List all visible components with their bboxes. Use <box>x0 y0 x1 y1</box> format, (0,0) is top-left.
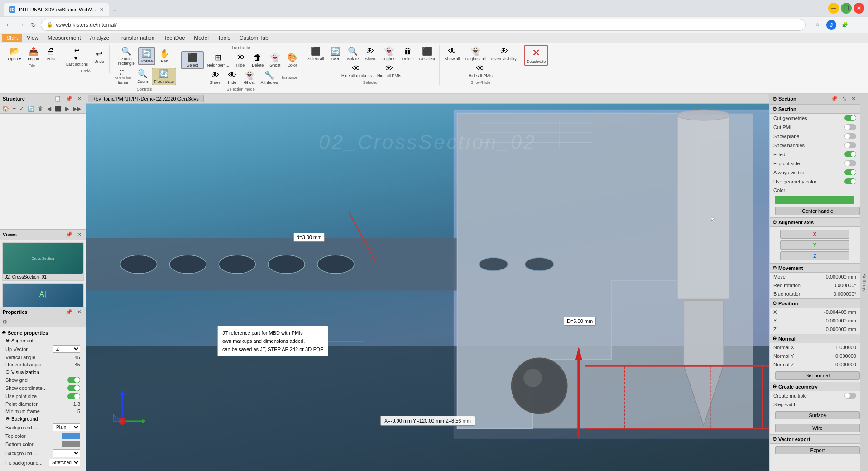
export-button[interactable]: Export <box>775 446 860 454</box>
views-close[interactable]: ✕ <box>76 231 83 238</box>
menu-button[interactable]: ⋮ <box>853 19 864 31</box>
minimize-button[interactable]: — <box>828 3 839 14</box>
create-geometry-header[interactable]: ⊖Create geometry <box>770 382 860 391</box>
section-group-header[interactable]: ⊖Section <box>770 104 860 114</box>
normal-header[interactable]: ⊖Normal <box>770 334 860 343</box>
structure-icon1[interactable]: 📋 <box>53 95 62 102</box>
hide-button[interactable]: 👁 Hide <box>232 52 249 69</box>
structure-pin[interactable]: 📌 <box>64 95 74 102</box>
profile-button[interactable]: J <box>825 19 837 31</box>
delete-selection-button[interactable]: 🗑 Delete <box>400 45 416 62</box>
props-close[interactable]: ✕ <box>76 308 83 316</box>
tree-add[interactable]: + <box>11 105 17 112</box>
rotate-button[interactable]: 🔄 Rotate <box>138 47 156 65</box>
tree-delete[interactable]: 🗑 <box>37 105 45 112</box>
deselect-button[interactable]: ⬛ Deselect <box>417 45 437 62</box>
invert-button[interactable]: 🔄 Invert <box>327 45 344 62</box>
viewport[interactable]: +by_topic/PMI/JT/PT-Demo-02.v2020 Gen.3d… <box>86 94 769 471</box>
right-panel-resize[interactable]: ⤡ <box>841 95 848 102</box>
delete-button[interactable]: 🗑 Delete <box>249 52 266 69</box>
set-normal-button[interactable]: Set normal <box>775 371 860 380</box>
background-type-select[interactable]: Plain <box>53 423 80 431</box>
selection-frame-button[interactable]: ⬚ Selectionframe <box>112 67 134 87</box>
show-all-button[interactable]: 👁 Show all <box>442 45 462 62</box>
show-selection-button[interactable]: 👁 Show <box>362 45 378 62</box>
hide-all-markups-button[interactable]: 👁 Hide all markups <box>339 62 374 80</box>
up-vector-select[interactable]: Z <box>53 345 80 353</box>
undo-button[interactable]: ↩ Undo <box>91 48 107 65</box>
view-item-2[interactable]: A| 02_CrossSection_02 <box>2 283 84 307</box>
view-item-1[interactable]: Cross Section 02_CrossSection_01 <box>2 242 84 281</box>
use-geometry-color-toggle[interactable] <box>844 178 856 184</box>
tree-prev[interactable]: ◀ <box>46 105 53 112</box>
tree-stop[interactable]: ⬛ <box>53 105 63 112</box>
show-handles-toggle[interactable] <box>844 142 856 148</box>
scene-content[interactable]: 02_CrossSection_02 d=3.00 mm D=5.00 mm J… <box>86 104 769 471</box>
address-bar[interactable]: 🔒 vsweb.kisters.de/internal/ <box>41 19 806 31</box>
props-icon[interactable]: ⚙ <box>1 318 9 326</box>
center-handle-button[interactable]: Center handle <box>775 207 860 215</box>
tree-next[interactable]: ▶ <box>64 105 71 112</box>
show-grid-toggle[interactable] <box>67 377 80 383</box>
bookmark-button[interactable]: ☆ <box>812 19 824 31</box>
movement-header[interactable]: ⊖Movement <box>770 263 860 273</box>
menu-techdoc[interactable]: TechDoc <box>159 34 189 42</box>
background-image-select[interactable] <box>53 449 80 457</box>
cut-pmi-toggle[interactable] <box>844 124 856 130</box>
props-pin[interactable]: 📌 <box>64 308 74 316</box>
tree-check[interactable]: ✓ <box>18 105 25 112</box>
alignment-header[interactable]: ⊖Alignment <box>2 336 84 344</box>
ghost2-button[interactable]: 👻 Ghost <box>241 69 258 87</box>
hide2-button[interactable]: 👁 Hide <box>224 69 240 87</box>
close-button[interactable]: ✕ <box>854 3 864 14</box>
filled-toggle[interactable] <box>844 151 856 157</box>
scene-properties-header[interactable]: ⊖Scene properties <box>2 329 84 336</box>
menu-custom-tab[interactable]: Custom Tab <box>235 34 273 42</box>
wire-button[interactable]: Wire <box>775 424 860 432</box>
attributes-button[interactable]: 🔧 Attributes <box>259 69 280 87</box>
import-button[interactable]: 📤 Import <box>25 45 42 62</box>
pan-button[interactable]: ✋ Pan <box>156 48 173 65</box>
neighborhood-button[interactable]: ⊞ Neighborh... <box>205 52 231 69</box>
visualization-header[interactable]: ⊖Visualization <box>2 368 84 376</box>
restore-button[interactable]: ❐ <box>841 3 852 14</box>
tree-end[interactable]: ▶▶ <box>72 105 82 112</box>
z-axis-button[interactable]: Z <box>780 251 849 260</box>
flip-cut-side-toggle[interactable] <box>844 160 856 166</box>
structure-tree[interactable] <box>0 114 86 229</box>
ghost-button[interactable]: 👻 Ghost <box>267 52 283 69</box>
refresh-button[interactable]: ↻ <box>29 19 38 30</box>
menu-tools[interactable]: Tools <box>213 34 235 42</box>
tree-refresh[interactable]: 🔄 <box>26 105 36 112</box>
print-button[interactable]: 🖨 Print <box>43 45 59 62</box>
always-visible-toggle[interactable] <box>844 169 856 175</box>
active-tab[interactable]: 3D INTERNAL 3DViewStation WebV... ✕ <box>4 3 109 16</box>
menu-model[interactable]: Model <box>189 34 213 42</box>
menu-measurement[interactable]: Measurement <box>43 34 85 42</box>
background-header[interactable]: ⊖Background <box>2 415 84 423</box>
tree-home[interactable]: 🏠 <box>1 105 10 112</box>
extensions-button[interactable]: 🧩 <box>839 19 851 31</box>
show-plane-toggle[interactable] <box>844 133 856 139</box>
show-button[interactable]: 👁 Show <box>207 69 223 87</box>
vector-export-header[interactable]: ⊖Vector export <box>770 434 860 444</box>
views-pin[interactable]: 📌 <box>64 231 74 238</box>
create-multiple-toggle[interactable] <box>844 393 856 399</box>
free-rotate-button[interactable]: 🔄 Free rotate <box>152 68 176 85</box>
color-button[interactable]: 🎨 Color <box>284 52 300 69</box>
x-axis-button[interactable]: X <box>780 230 849 239</box>
right-panel-close[interactable]: ✕ <box>850 95 857 102</box>
unghost-button[interactable]: 👻 Unghost <box>379 45 399 62</box>
open-button[interactable]: 📂 Open ▾ <box>5 45 24 62</box>
menu-analyze[interactable]: Analyze <box>86 34 114 42</box>
settings-tab[interactable]: Settings <box>860 94 868 471</box>
unghost-all-button[interactable]: 👻 Unghost all <box>463 45 488 62</box>
isolate-button[interactable]: 🔍 Isolate <box>345 45 361 62</box>
right-panel-pin[interactable]: 📌 <box>830 95 839 102</box>
color-bar[interactable] <box>775 196 854 204</box>
menu-transformation[interactable]: Transformation <box>114 34 159 42</box>
y-axis-button[interactable]: Y <box>780 240 849 250</box>
menu-view[interactable]: View <box>22 34 43 42</box>
zoom-rectangle-button[interactable]: 🔍 Zoomrectangle <box>116 45 137 67</box>
surface-button[interactable]: Surface <box>775 411 860 419</box>
